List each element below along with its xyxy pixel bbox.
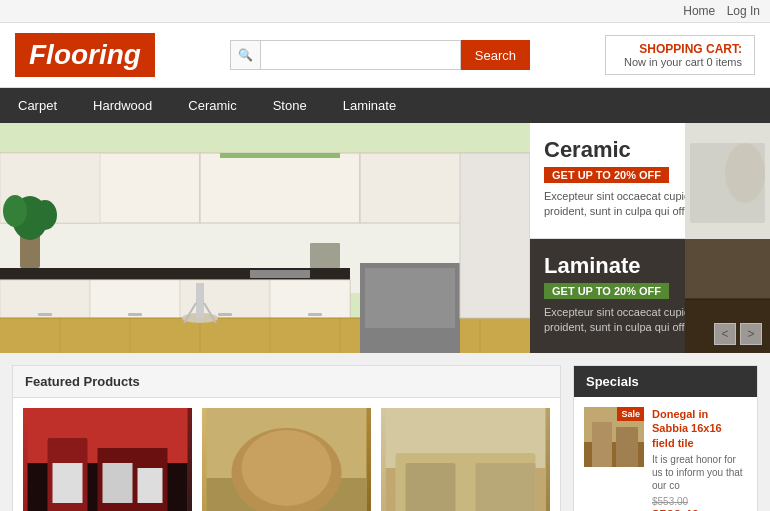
nav-hardwood[interactable]: Hardwood — [75, 88, 170, 123]
search-button[interactable]: Search — [461, 40, 530, 70]
main-nav: Carpet Hardwood Ceramic Stone Laminate — [0, 88, 770, 123]
hero-main-image — [0, 123, 530, 353]
nav-ceramic[interactable]: Ceramic — [170, 88, 254, 123]
specials-panel: Specials Sale Donegal in Sabbia 16x16 fi… — [573, 365, 758, 511]
cart-info: Now in your cart 0 items — [618, 56, 742, 68]
svg-rect-14 — [218, 313, 232, 316]
top-bar: Home Log In — [0, 0, 770, 23]
svg-rect-36 — [365, 268, 455, 328]
next-arrow[interactable]: > — [740, 323, 762, 345]
svg-rect-12 — [38, 313, 52, 316]
svg-rect-33 — [250, 270, 310, 278]
svg-point-32 — [33, 200, 57, 230]
ceramic-badge: GET UP TO 20% OFF — [544, 167, 669, 183]
svg-rect-13 — [128, 313, 142, 316]
cart-title: SHOPPING CART: — [618, 42, 742, 56]
product-image-1 — [23, 408, 192, 511]
product-item[interactable] — [202, 408, 371, 511]
special-old-price: $553.00 — [652, 496, 747, 507]
search-area: 🔍 Search — [230, 40, 530, 70]
login-link[interactable]: Log In — [727, 4, 760, 18]
special-title[interactable]: Donegal in Sabbia 16x16 field tile — [652, 407, 747, 450]
special-item: Sale Donegal in Sabbia 16x16 field tile … — [574, 397, 757, 511]
search-input[interactable] — [260, 40, 461, 70]
main-content: Featured Products — [0, 353, 770, 511]
products-grid — [13, 398, 560, 511]
kitchen-scene — [0, 123, 530, 353]
nav-laminate[interactable]: Laminate — [325, 88, 414, 123]
special-thumbnail: Sale — [584, 407, 644, 467]
product-thumbnail — [202, 408, 371, 511]
hero-promo-panels: Ceramic GET UP TO 20% OFF Excepteur sint… — [530, 123, 770, 353]
svg-point-41 — [725, 143, 765, 203]
special-info: Donegal in Sabbia 16x16 field tile It is… — [652, 407, 747, 511]
svg-point-55 — [242, 430, 332, 506]
svg-rect-38 — [220, 153, 340, 158]
svg-rect-50 — [103, 463, 133, 503]
product-item[interactable] — [381, 408, 550, 511]
hero-nav-arrows: < > — [714, 323, 762, 345]
svg-rect-60 — [476, 463, 536, 511]
svg-rect-37 — [460, 153, 530, 318]
hero-banner: Ceramic GET UP TO 20% OFF Excepteur sint… — [0, 123, 770, 353]
home-link[interactable]: Home — [683, 4, 715, 18]
featured-products-panel: Featured Products — [12, 365, 561, 511]
svg-rect-63 — [592, 422, 612, 467]
prev-arrow[interactable]: < — [714, 323, 736, 345]
product-image-2 — [202, 408, 371, 511]
svg-rect-49 — [53, 463, 83, 503]
nav-carpet[interactable]: Carpet — [0, 88, 75, 123]
laminate-badge: GET UP TO 20% OFF — [544, 283, 669, 299]
product-item[interactable] — [23, 408, 192, 511]
product-thumbnail — [23, 408, 192, 511]
svg-point-31 — [3, 195, 27, 227]
svg-rect-15 — [308, 313, 322, 316]
header: Flooring 🔍 Search SHOPPING CART: Now in … — [0, 23, 770, 88]
search-icon: 🔍 — [230, 40, 260, 70]
cart-widget: SHOPPING CART: Now in your cart 0 items — [605, 35, 755, 75]
nav-stone[interactable]: Stone — [255, 88, 325, 123]
svg-rect-4 — [200, 153, 360, 223]
svg-rect-34 — [310, 243, 340, 268]
site-logo[interactable]: Flooring — [15, 33, 155, 77]
featured-header: Featured Products — [13, 366, 560, 398]
ceramic-promo: Ceramic GET UP TO 20% OFF Excepteur sint… — [530, 123, 770, 239]
special-new-price: $522.40 — [652, 507, 747, 511]
specials-header: Specials — [574, 366, 757, 397]
svg-rect-26 — [196, 283, 204, 318]
product-thumbnail — [381, 408, 550, 511]
product-image-3 — [381, 408, 550, 511]
svg-rect-59 — [406, 463, 456, 511]
special-description: It is great honor for us to inform you t… — [652, 453, 747, 492]
svg-rect-64 — [616, 427, 638, 467]
svg-rect-51 — [138, 468, 163, 503]
sale-badge: Sale — [617, 407, 644, 421]
